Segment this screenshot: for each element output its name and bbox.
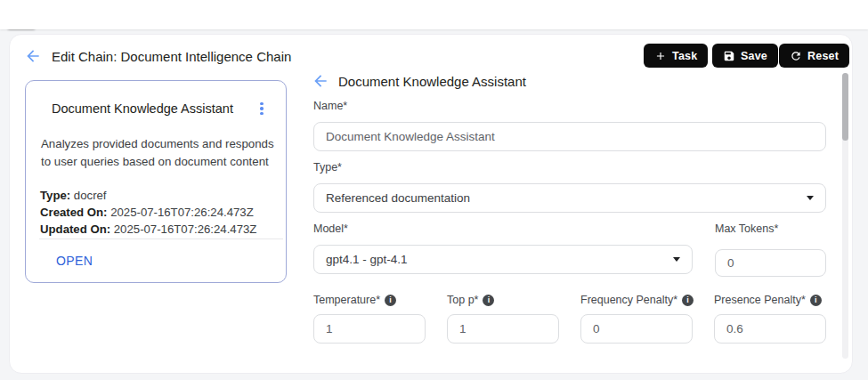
back-button[interactable] xyxy=(24,47,42,65)
card-title: Document Knowledge Assistant xyxy=(52,101,256,116)
info-icon[interactable]: i xyxy=(682,295,694,306)
save-button[interactable]: Save xyxy=(712,44,778,68)
model-select-value: gpt4.1 - gpt-4.1 xyxy=(326,253,408,266)
page-title: Edit Chain: Document Intelligence Chain xyxy=(52,49,291,64)
reset-label: Reset xyxy=(807,50,839,62)
temperature-label: Temperature* i xyxy=(313,294,396,306)
type-select[interactable]: Referenced documentation xyxy=(313,183,826,213)
add-task-button[interactable]: Task xyxy=(644,44,708,68)
temperature-input[interactable] xyxy=(313,314,426,344)
card-meta-type: Type: docref xyxy=(40,187,282,204)
card-meta-updated: Updated On: 2025-07-16T07:26:24.473Z xyxy=(40,221,282,238)
open-link[interactable]: OPEN xyxy=(56,254,93,268)
info-icon[interactable]: i xyxy=(810,295,822,306)
chevron-down-icon xyxy=(807,196,814,200)
more-options-icon[interactable] xyxy=(250,97,273,120)
name-label: Name* xyxy=(313,100,347,112)
type-select-value: Referenced documentation xyxy=(326,191,470,205)
add-task-label: Task xyxy=(672,50,697,62)
max-tokens-label: Max Tokens* xyxy=(715,222,778,235)
presence-penalty-label: Presence Penalty* i xyxy=(714,294,822,306)
model-label: Model* xyxy=(313,222,348,235)
save-label: Save xyxy=(741,50,767,62)
presence-penalty-input[interactable] xyxy=(714,314,826,344)
form-back-button[interactable] xyxy=(312,72,329,90)
agent-card: Document Knowledge Assistant Analyzes pr… xyxy=(25,80,287,283)
info-icon[interactable]: i xyxy=(385,295,396,306)
card-description: Analyzes provided documents and responds… xyxy=(41,135,278,171)
info-icon[interactable]: i xyxy=(483,295,494,306)
top-p-label: Top p* i xyxy=(447,294,494,306)
model-select[interactable]: gpt4.1 - gpt-4.1 xyxy=(313,245,693,274)
reset-button[interactable]: Reset xyxy=(779,44,849,68)
card-meta: Type: docref Created On: 2025-07-16T07:2… xyxy=(40,187,282,239)
scrollbar-thumb[interactable] xyxy=(842,73,848,141)
type-label: Type* xyxy=(313,161,342,174)
top-p-input[interactable] xyxy=(447,314,559,344)
form-title: Document Knowledge Assistant xyxy=(338,74,526,89)
chevron-down-icon xyxy=(673,257,680,262)
app-header xyxy=(0,0,868,29)
card-meta-created: Created On: 2025-07-16T07:26:24.473Z xyxy=(40,204,282,221)
scrollbar-track[interactable] xyxy=(842,73,848,359)
frequency-penalty-input[interactable] xyxy=(580,314,693,344)
max-tokens-input[interactable] xyxy=(715,249,826,277)
frequency-penalty-label: Frequency Penalty* i xyxy=(580,294,694,306)
divider xyxy=(39,239,283,239)
name-input[interactable] xyxy=(313,122,826,151)
